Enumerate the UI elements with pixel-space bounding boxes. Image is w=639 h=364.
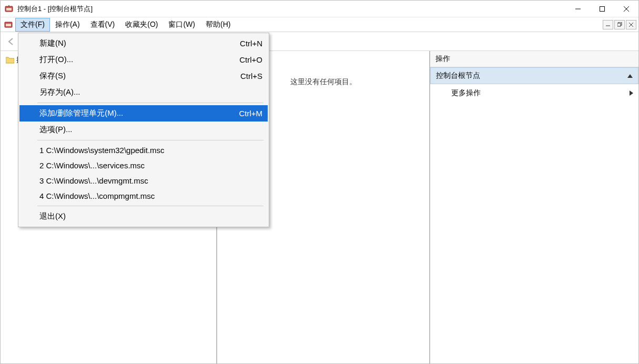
svg-rect-8 — [6, 24, 11, 26]
mdi-controls — [603, 20, 638, 29]
menu-item-shortcut: Ctrl+M — [239, 109, 262, 118]
menu-separator — [37, 206, 263, 206]
svg-rect-4 — [600, 6, 605, 11]
actions-section-label: 控制台根节点 — [436, 71, 480, 80]
file-menu-recent-3[interactable]: 3 C:\Windows\...\devmgmt.msc — [19, 173, 268, 188]
menu-item-label: 另存为(A)... — [39, 87, 80, 97]
file-menu-save[interactable]: 保存(S) Ctrl+S — [19, 68, 268, 84]
empty-list-text: 这里没有任何项目。 — [290, 77, 357, 87]
collapse-arrow-icon — [627, 74, 633, 78]
menu-item-label: 保存(S) — [39, 71, 66, 81]
file-menu-exit[interactable]: 退出(X) — [19, 208, 268, 225]
window-controls — [566, 1, 638, 17]
file-menu-open[interactable]: 打开(O)... Ctrl+O — [19, 52, 268, 68]
folder-icon — [6, 56, 14, 64]
file-menu-saveas[interactable]: 另存为(A)... — [19, 84, 268, 100]
menubar: 文件(F) 操作(A) 查看(V) 收藏夹(O) 窗口(W) 帮助(H) — [1, 17, 638, 32]
menu-item-label: 2 C:\Windows\...\services.msc — [39, 161, 145, 170]
back-button[interactable] — [4, 34, 18, 49]
menu-item-label: 添加/删除管理单元(M)... — [39, 108, 123, 118]
minimize-button[interactable] — [566, 1, 590, 17]
app-icon — [5, 5, 13, 13]
menu-item-label: 1 C:\Windows\system32\gpedit.msc — [39, 146, 165, 155]
mdi-close-button[interactable] — [626, 20, 636, 29]
window-title: 控制台1 - [控制台根节点] — [17, 4, 566, 14]
titlebar: 控制台1 - [控制台根节点] — [1, 1, 638, 17]
file-menu-new[interactable]: 新建(N) Ctrl+N — [19, 35, 268, 52]
menu-item-label: 4 C:\Windows\...\compmgmt.msc — [39, 191, 155, 200]
mdi-minimize-button[interactable] — [603, 20, 613, 29]
menu-action[interactable]: 操作(A) — [50, 18, 85, 32]
file-menu-options[interactable]: 选项(P)... — [19, 122, 268, 138]
file-menu-dropdown: 新建(N) Ctrl+N 打开(O)... Ctrl+O 保存(S) Ctrl+… — [18, 33, 269, 227]
file-menu-recent-2[interactable]: 2 C:\Windows\...\services.msc — [19, 158, 268, 173]
menu-item-shortcut: Ctrl+N — [240, 39, 262, 48]
actions-pane: 操作 控制台根节点 更多操作 — [430, 51, 638, 363]
actions-more[interactable]: 更多操作 — [430, 84, 638, 102]
menu-item-label: 3 C:\Windows\...\devmgmt.msc — [39, 176, 148, 185]
menu-help[interactable]: 帮助(H) — [200, 18, 236, 32]
menu-item-label: 选项(P)... — [39, 125, 73, 135]
svg-rect-11 — [617, 23, 621, 26]
file-menu-recent-1[interactable]: 1 C:\Windows\system32\gpedit.msc — [19, 143, 268, 158]
mdi-doc-icon — [4, 20, 13, 29]
menu-file[interactable]: 文件(F) — [15, 18, 50, 32]
actions-header: 操作 — [430, 51, 638, 67]
menu-item-label: 新建(N) — [39, 38, 66, 48]
menu-item-label: 打开(O)... — [39, 55, 73, 65]
actions-more-label: 更多操作 — [451, 88, 481, 98]
maximize-button[interactable] — [590, 1, 614, 17]
file-menu-addremove-snapin[interactable]: 添加/删除管理单元(M)... Ctrl+M — [19, 105, 268, 122]
menu-view[interactable]: 查看(V) — [85, 18, 120, 32]
menu-item-shortcut: Ctrl+O — [239, 55, 262, 64]
mmc-window: 控制台1 - [控制台根节点] 文件(F) 操作(A) 查看(V) 收藏夹(O)… — [0, 0, 639, 364]
svg-rect-2 — [8, 5, 9, 7]
menu-separator — [37, 140, 263, 140]
menu-window[interactable]: 窗口(W) — [163, 18, 200, 32]
close-button[interactable] — [614, 1, 638, 17]
menu-favorites[interactable]: 收藏夹(O) — [120, 18, 163, 32]
mdi-restore-button[interactable] — [614, 20, 625, 29]
file-menu-recent-4[interactable]: 4 C:\Windows\...\compmgmt.msc — [19, 188, 268, 204]
submenu-arrow-icon — [630, 90, 633, 96]
svg-rect-1 — [6, 8, 12, 11]
actions-section[interactable]: 控制台根节点 — [430, 67, 638, 84]
menu-separator — [37, 103, 263, 103]
menu-item-shortcut: Ctrl+S — [240, 72, 262, 80]
menu-item-label: 退出(X) — [39, 211, 66, 221]
